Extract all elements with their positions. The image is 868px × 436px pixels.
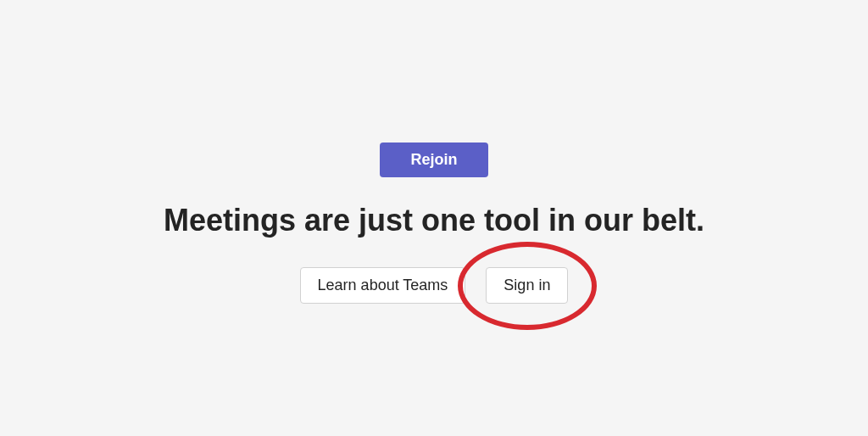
post-meeting-panel: Rejoin Meetings are just one tool in our… (0, 0, 868, 436)
learn-about-teams-button[interactable]: Learn about Teams (300, 267, 466, 304)
signin-button-wrapper: Sign in (486, 267, 568, 304)
rejoin-button[interactable]: Rejoin (380, 143, 487, 177)
sign-in-button[interactable]: Sign in (486, 267, 568, 304)
action-button-row: Learn about Teams Sign in (300, 267, 569, 304)
headline-text: Meetings are just one tool in our belt. (164, 203, 704, 238)
